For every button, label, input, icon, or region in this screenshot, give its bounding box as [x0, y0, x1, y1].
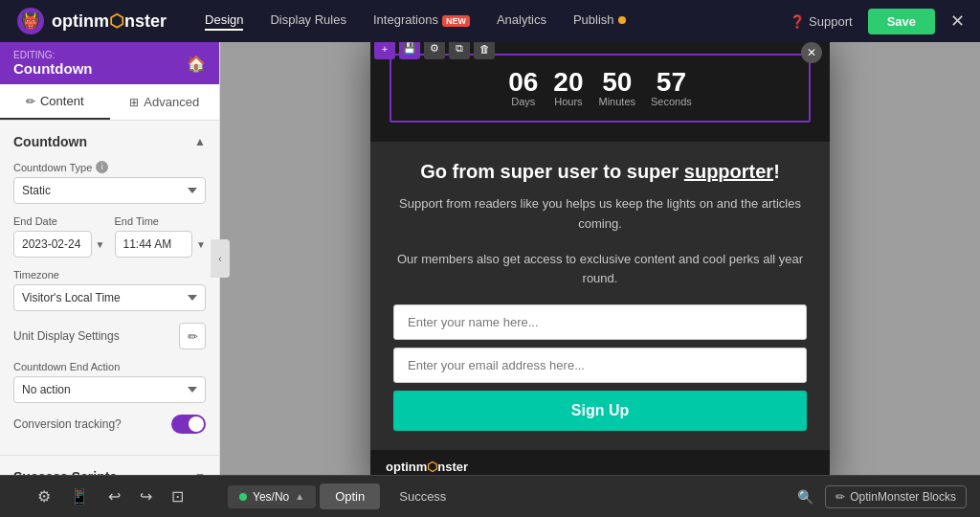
- end-action-label: Countdown End Action: [13, 361, 206, 372]
- dropdown-arrow: ▼: [96, 239, 105, 250]
- countdown-seconds: 57 Seconds: [651, 69, 692, 107]
- countdown-type-label: Countdown Type i: [13, 161, 206, 173]
- bottom-tabs: Yes/No ▲ Optin Success: [220, 483, 784, 509]
- svg-text:👹: 👹: [21, 11, 40, 30]
- nav-integrations[interactable]: IntegrationsNEW: [373, 12, 470, 31]
- hours-label: Hours: [553, 96, 583, 107]
- popup-content: Go from super user to super supporter! S…: [370, 142, 830, 450]
- edit-unit-display-button[interactable]: ✏: [179, 323, 206, 349]
- countdown-copy-button[interactable]: ⧉: [449, 42, 470, 59]
- publish-dot: [618, 16, 626, 24]
- main-area: EDITING: Countdown 🏠 ✏ Content ⊞ Advance…: [0, 42, 980, 475]
- close-button[interactable]: ✕: [950, 11, 965, 32]
- popup-body-2: Our members also get access to exclusive…: [393, 250, 807, 290]
- countdown-type-select[interactable]: Static Dynamic Evergreen: [13, 177, 206, 204]
- countdown-block-toolbar: + 💾 ⚙ ⧉ 🗑: [374, 42, 495, 59]
- popup-body-1: Support from readers like you helps us k…: [393, 194, 807, 235]
- save-button[interactable]: Save: [868, 9, 935, 34]
- tab-optin[interactable]: Optin: [320, 483, 380, 509]
- popup-headline: Go from super user to super supporter!: [393, 161, 807, 183]
- countdown-hours: 20 Hours: [553, 69, 583, 107]
- support-link[interactable]: ❓ Support: [790, 14, 853, 29]
- nav-display-rules[interactable]: Display Rules: [270, 12, 345, 31]
- undo-icon[interactable]: ↩: [108, 487, 121, 506]
- end-date-input[interactable]: [13, 231, 92, 258]
- chevron-up-icon: ▲: [194, 135, 206, 148]
- seconds-number: 57: [651, 69, 692, 96]
- countdown-delete-button[interactable]: 🗑: [474, 42, 495, 59]
- end-time-label: End Time: [115, 215, 207, 227]
- countdown-section-header[interactable]: Countdown ▲: [13, 134, 206, 149]
- chevron-down-icon: ▼: [194, 470, 206, 475]
- popup-logo: optinm⬡nster: [386, 460, 468, 474]
- sidebar-title: Countdown: [13, 60, 92, 77]
- nav-publish[interactable]: Publish: [573, 12, 626, 31]
- countdown-days: 06 Days: [508, 69, 538, 107]
- popup-container: + ⚙ ⧉ 🗑 ✕ + 💾 ⚙ ⧉ 🗑: [370, 42, 830, 475]
- om-blocks-button[interactable]: ✏ OptinMonster Blocks: [825, 485, 967, 508]
- nav-right: ❓ Support Save ✕: [790, 9, 965, 34]
- sidebar: EDITING: Countdown 🏠 ✏ Content ⊞ Advance…: [0, 42, 220, 475]
- logo-icon: 👹: [15, 6, 46, 36]
- success-scripts-title: Success Scripts: [13, 469, 117, 475]
- bottom-bar: ⚙ 📱 ↩ ↪ ⊡ Yes/No ▲ Optin Success 🔍 ✏ Opt…: [0, 475, 980, 517]
- yes-no-dot: [239, 493, 247, 501]
- logo-text: optinm⬡nster: [52, 11, 167, 32]
- success-scripts-header[interactable]: Success Scripts ▼: [13, 469, 206, 475]
- seconds-label: Seconds: [651, 96, 692, 107]
- tab-success[interactable]: Success: [384, 483, 461, 509]
- success-scripts-section: Success Scripts ▼: [0, 456, 219, 475]
- days-label: Days: [508, 96, 538, 107]
- yes-no-pill[interactable]: Yes/No ▲: [228, 485, 316, 508]
- date-time-row: End Date ▼ End Time ▼: [13, 215, 206, 269]
- nav-design[interactable]: Design: [205, 12, 243, 31]
- countdown-settings-button[interactable]: ⚙: [424, 42, 445, 59]
- pencil-icon-small: ✏: [835, 490, 845, 504]
- minutes-number: 50: [598, 69, 635, 96]
- new-badge: NEW: [442, 15, 470, 27]
- end-date-group: End Date ▼: [13, 215, 105, 258]
- popup-name-input[interactable]: [393, 304, 807, 340]
- tab-content[interactable]: ✏ Content: [0, 84, 110, 120]
- settings-icon[interactable]: ⚙: [37, 487, 51, 506]
- timezone-select[interactable]: Visitor's Local Time UTC America/New_Yor…: [13, 284, 206, 311]
- end-time-group: End Time ▼: [115, 215, 207, 258]
- nav-analytics[interactable]: Analytics: [497, 12, 546, 31]
- popup-footer: optinm⬡nster: [370, 450, 830, 475]
- chevron-up-icon-bottom: ▲: [295, 491, 304, 502]
- redo-icon[interactable]: ↪: [140, 487, 152, 506]
- minutes-label: Minutes: [598, 96, 635, 107]
- countdown-add-button[interactable]: +: [374, 42, 395, 59]
- preview-icon[interactable]: ⊡: [171, 487, 184, 506]
- end-action-select[interactable]: No action Redirect Hide: [13, 376, 206, 403]
- sidebar-editing-area: EDITING: Countdown: [13, 50, 92, 77]
- nav-links: Design Display Rules IntegrationsNEW Ana…: [205, 12, 790, 31]
- tab-advanced[interactable]: ⊞ Advanced: [110, 84, 220, 120]
- unit-display-label: Unit Display Settings: [13, 329, 120, 343]
- search-icon[interactable]: 🔍: [797, 489, 813, 505]
- popup-close-button[interactable]: ✕: [801, 42, 822, 63]
- question-icon: ❓: [790, 14, 805, 29]
- end-time-input[interactable]: [115, 231, 193, 258]
- popup-email-input[interactable]: [393, 348, 807, 383]
- sidebar-panel: EDITING: Countdown 🏠 ✏ Content ⊞ Advance…: [0, 42, 220, 475]
- sidebar-collapse-handle[interactable]: ‹: [211, 239, 230, 278]
- countdown-minutes: 50 Minutes: [598, 69, 635, 107]
- countdown-section-title: Countdown: [13, 134, 87, 149]
- timezone-label: Timezone: [13, 269, 206, 281]
- days-number: 06: [508, 69, 538, 96]
- top-navigation: 👹 optinm⬡nster Design Display Rules Inte…: [0, 0, 980, 42]
- conversion-toggle[interactable]: [171, 415, 206, 434]
- conversion-tracking-row: Conversion tracking?: [13, 415, 206, 434]
- unit-display-row: Unit Display Settings ✏: [13, 323, 206, 349]
- home-icon[interactable]: 🏠: [187, 55, 206, 73]
- conversion-tracking-label: Conversion tracking?: [13, 417, 122, 431]
- bottom-right: 🔍 ✏ OptinMonster Blocks: [784, 485, 980, 508]
- editing-label: EDITING:: [13, 50, 92, 60]
- countdown-type-group: Countdown Type i Static Dynamic Evergree…: [13, 161, 206, 204]
- popup-cta-button[interactable]: Sign Up: [393, 391, 807, 431]
- timezone-group: Timezone Visitor's Local Time UTC Americ…: [13, 269, 206, 311]
- countdown-numbers-container: 06 Days 20 Hours 50 Minutes: [390, 54, 811, 123]
- countdown-save-button[interactable]: 💾: [399, 42, 420, 59]
- mobile-icon[interactable]: 📱: [70, 487, 89, 506]
